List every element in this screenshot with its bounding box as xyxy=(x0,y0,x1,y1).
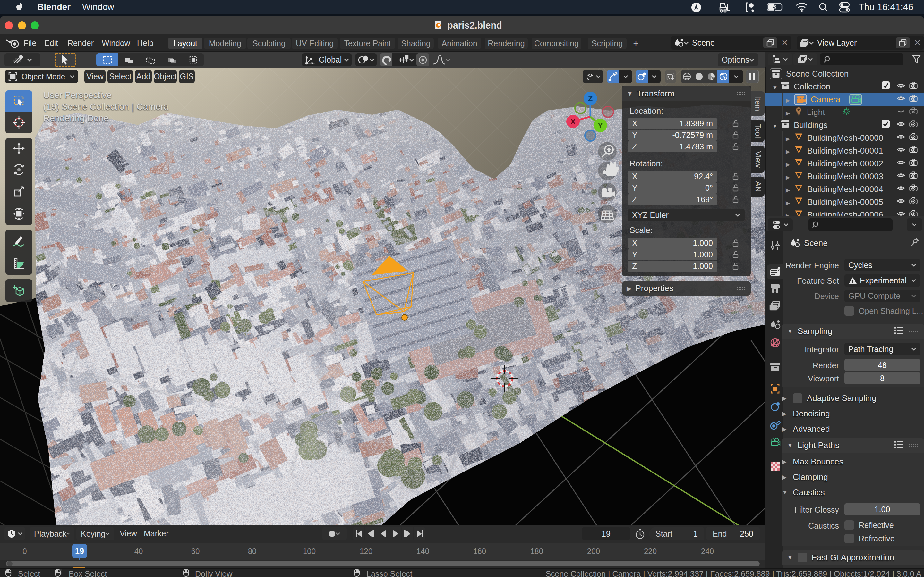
svg-text:X: X xyxy=(570,117,575,126)
svg-text:Y: Y xyxy=(598,121,603,130)
svg-text:Z: Z xyxy=(588,94,593,103)
